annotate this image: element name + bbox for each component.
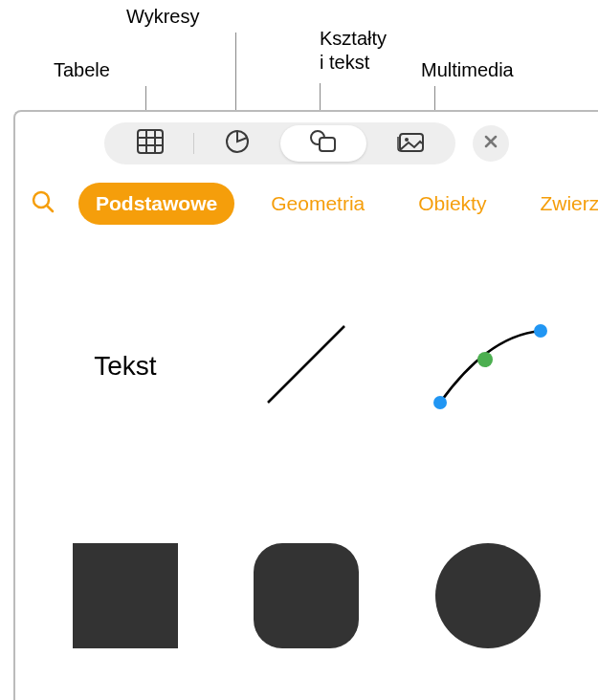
- shape-circle[interactable]: [421, 529, 555, 663]
- svg-rect-0: [138, 130, 163, 153]
- category-tabs: Podstawowe Geometria Obiekty Zwierzę: [15, 175, 598, 232]
- close-icon: [483, 134, 498, 153]
- callout-charts: Wykresy: [126, 6, 199, 28]
- shape-line[interactable]: [239, 299, 373, 433]
- category-podstawowe[interactable]: Podstawowe: [78, 183, 234, 225]
- callout-tables: Tabele: [54, 59, 110, 81]
- close-button[interactable]: [473, 125, 509, 162]
- curve-icon: [421, 307, 555, 426]
- photo-icon: [393, 128, 426, 159]
- svg-point-16: [534, 324, 547, 338]
- shapes-grid: Tekst: [15, 232, 598, 691]
- shape-rounded-rect[interactable]: [239, 529, 373, 663]
- shape-curve[interactable]: [421, 299, 555, 433]
- square-icon: [73, 543, 178, 648]
- text-shape-label: Tekst: [94, 351, 156, 382]
- svg-line-13: [47, 206, 53, 211]
- shape-text[interactable]: Tekst: [58, 299, 192, 433]
- circle-icon: [435, 543, 541, 648]
- category-geometria[interactable]: Geometria: [254, 183, 382, 225]
- rounded-rect-icon: [254, 543, 359, 648]
- callout-shapes-text: Kształty i tekst: [320, 27, 387, 75]
- segmented-control: [104, 122, 455, 164]
- charts-button[interactable]: [194, 125, 280, 162]
- media-button[interactable]: [366, 125, 453, 162]
- callout-media: Multimedia: [421, 59, 514, 81]
- shape-square[interactable]: [58, 529, 192, 663]
- line-icon: [249, 307, 364, 426]
- shapes-icon: [308, 128, 339, 159]
- pie-chart-icon: [224, 128, 251, 159]
- insert-toolbar: [15, 112, 598, 175]
- category-obiekty[interactable]: Obiekty: [401, 183, 503, 225]
- svg-point-17: [477, 352, 493, 367]
- svg-point-15: [433, 396, 447, 409]
- insert-panel: Podstawowe Geometria Obiekty Zwierzę Tek…: [13, 110, 598, 700]
- search-button[interactable]: [27, 186, 59, 222]
- search-icon: [31, 189, 55, 218]
- svg-rect-7: [320, 138, 335, 151]
- svg-line-14: [268, 326, 344, 403]
- category-zwierze[interactable]: Zwierzę: [522, 183, 598, 225]
- shapes-button[interactable]: [280, 125, 366, 162]
- tables-button[interactable]: [107, 125, 193, 162]
- svg-point-9: [405, 138, 409, 142]
- table-icon: [136, 128, 165, 159]
- callouts-layer: Tabele Wykresy Kształty i tekst Multimed…: [0, 0, 598, 110]
